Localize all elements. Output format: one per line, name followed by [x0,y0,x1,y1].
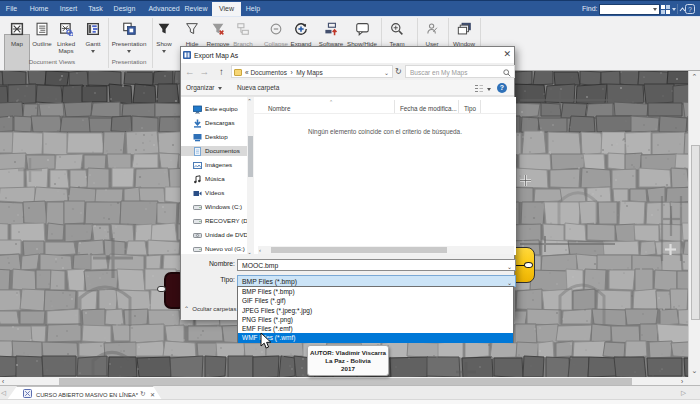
svg-text:?: ? [688,6,692,13]
